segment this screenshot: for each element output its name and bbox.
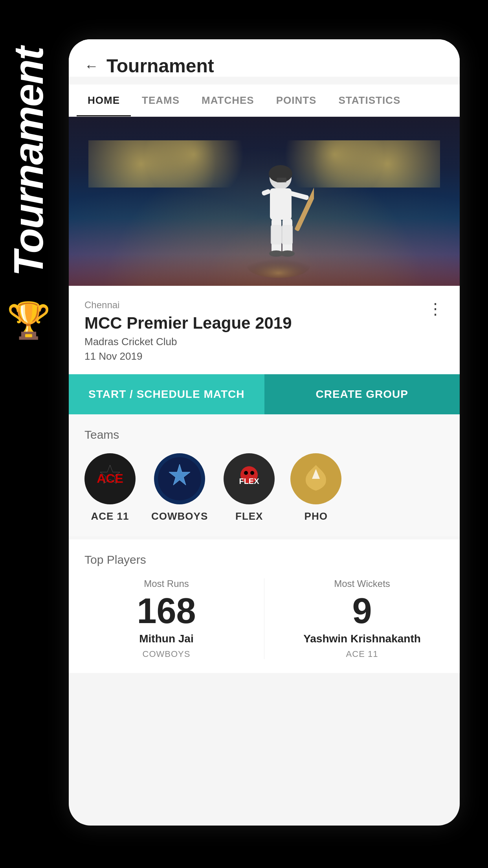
schedule-match-button[interactable]: START / SCHEDULE MATCH <box>69 374 264 414</box>
most-wickets-label: Most Wickets <box>334 578 390 589</box>
header: ← Tournament <box>69 39 460 77</box>
tab-statistics[interactable]: STATISTICS <box>327 85 411 116</box>
top-players-section: Top Players Most Runs 168 Mithun Jai COW… <box>69 539 460 673</box>
tab-matches[interactable]: MATCHES <box>191 85 265 116</box>
svg-text:FLEX: FLEX <box>239 477 260 485</box>
runs-player-name: Mithun Jai <box>139 633 193 645</box>
runs-player-team: COWBOYS <box>143 649 191 659</box>
svg-text:ACE: ACE <box>97 471 123 485</box>
wickets-player-team: ACE 11 <box>346 649 378 659</box>
wickets-player-name: Yashwin Krishnakanth <box>303 633 421 645</box>
team-item-pho[interactable]: PHO <box>290 453 341 522</box>
teams-section: Teams ACE ACE 11 <box>69 414 460 536</box>
team-logo-flex: FLEX <box>224 453 275 504</box>
top-players-title: Top Players <box>84 553 444 566</box>
team-item-ace[interactable]: ACE ACE 11 <box>84 453 136 522</box>
phone-frame: ← Tournament HOME TEAMS MATCHES POINTS S… <box>69 39 460 826</box>
sidebar-title: Tournament <box>8 47 49 276</box>
most-wickets-card: Most Wickets 9 Yashwin Krishnakanth ACE … <box>280 578 444 659</box>
banner-image <box>69 117 460 286</box>
team-item-cowboys[interactable]: COWBOYS <box>151 453 208 522</box>
most-runs-label: Most Runs <box>144 578 189 589</box>
svg-rect-4 <box>270 188 292 220</box>
svg-rect-6 <box>289 191 309 200</box>
most-runs-card: Most Runs 168 Mithun Jai COWBOYS <box>84 578 248 659</box>
tab-points[interactable]: POINTS <box>265 85 328 116</box>
team-name-cowboys: COWBOYS <box>151 510 208 522</box>
action-buttons: START / SCHEDULE MATCH CREATE GROUP <box>69 374 460 414</box>
trophy-icon: 🏆 <box>7 300 51 341</box>
create-group-button[interactable]: CREATE GROUP <box>264 374 460 414</box>
tab-teams[interactable]: TEAMS <box>131 85 191 116</box>
team-item-flex[interactable]: FLEX FLEX <box>224 453 275 522</box>
tournament-name: MCC Premier League 2019 <box>84 314 444 333</box>
team-logo-ace: ACE <box>84 453 136 504</box>
svg-rect-13 <box>282 225 293 245</box>
location-text: Chennai <box>84 300 444 311</box>
svg-rect-12 <box>271 225 282 245</box>
page-title: Tournament <box>106 55 214 77</box>
team-logo-pho <box>290 453 341 504</box>
runs-value: 168 <box>137 593 196 629</box>
more-options-button[interactable]: ⋮ <box>427 300 444 318</box>
teams-list: ACE ACE 11 COWBOYS <box>84 453 444 522</box>
players-divider <box>264 578 264 659</box>
players-grid: Most Runs 168 Mithun Jai COWBOYS Most Wi… <box>84 578 444 659</box>
svg-point-21 <box>244 471 248 475</box>
svg-point-22 <box>250 471 254 475</box>
svg-rect-5 <box>261 189 271 196</box>
back-button[interactable]: ← <box>84 58 99 74</box>
team-name-pho: PHO <box>305 510 328 522</box>
tournament-date: 11 Nov 2019 <box>84 350 444 362</box>
crowd-bg <box>69 254 460 286</box>
team-name-flex: FLEX <box>235 510 263 522</box>
tabs-bar: HOME TEAMS MATCHES POINTS STATISTICS <box>69 85 460 117</box>
tournament-info: Chennai MCC Premier League 2019 Madras C… <box>69 286 460 374</box>
club-name: Madras Cricket Club <box>84 336 444 348</box>
svg-rect-3 <box>277 178 286 182</box>
wickets-value: 9 <box>352 593 372 629</box>
sidebar: Tournament 🏆 <box>0 47 57 440</box>
team-name-ace: ACE 11 <box>91 510 129 522</box>
team-logo-cowboys <box>154 453 205 504</box>
tab-home[interactable]: HOME <box>77 85 131 116</box>
teams-section-title: Teams <box>84 428 444 441</box>
